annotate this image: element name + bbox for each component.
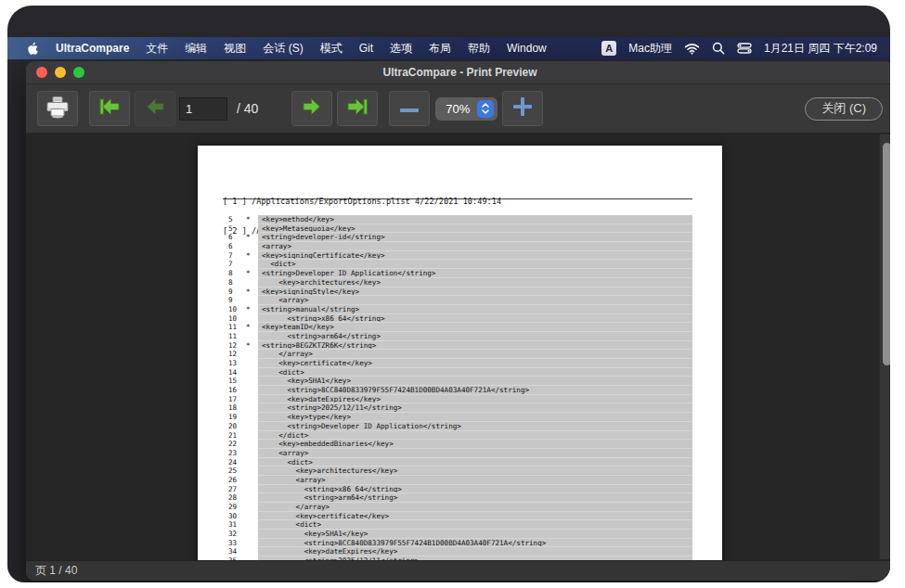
close-preview-button[interactable]: 关闭 (C) xyxy=(805,97,883,121)
line-number: 6 xyxy=(228,233,246,242)
diff-marker xyxy=(246,224,258,234)
code-line-row: 15 <key>SHA1</key> xyxy=(228,377,692,386)
menu-item-1[interactable]: 文件 xyxy=(137,41,176,57)
diff-marker xyxy=(246,431,258,441)
last-page-button[interactable] xyxy=(337,91,378,126)
diff-marker: * xyxy=(246,251,258,261)
assistant-label[interactable]: Mac助理 xyxy=(628,41,672,57)
line-text: </array> xyxy=(258,350,692,359)
line-number: 19 xyxy=(228,413,246,422)
line-number: 15 xyxy=(228,377,246,386)
code-lines: 5 * <key>method</key> 5 <key>Metasequoia… xyxy=(228,215,692,560)
code-line-row: 23 <array> xyxy=(228,449,692,458)
code-line-row: 16 <string>8CC840D833979F55F7424B1D00BD4… xyxy=(228,386,692,395)
line-text: <string>8CC840D833979F55F7424B1D00BD4A03… xyxy=(258,539,692,548)
menu-item-6[interactable]: Git xyxy=(351,42,381,55)
line-number: 13 xyxy=(228,359,246,368)
menu-item-3[interactable]: 视图 xyxy=(215,41,254,57)
line-text: <dict> xyxy=(258,368,692,377)
menu-items: UltraCompare文件编辑视图会话 (S)模式Git选项布局帮助Windo… xyxy=(47,41,555,57)
line-number: 11 xyxy=(228,332,246,341)
document-page: [ 1 ] /Applications/ExportOptions.plist … xyxy=(198,146,722,560)
line-number: 17 xyxy=(228,395,246,404)
line-number: 32 xyxy=(228,530,246,539)
line-text: <string>arm64</string> xyxy=(258,332,692,341)
menu-item-8[interactable]: 布局 xyxy=(420,41,459,57)
zoom-in-button[interactable] xyxy=(502,91,543,126)
code-line-row: 8 <key>architectures</key> xyxy=(228,278,692,288)
vertical-scrollbar[interactable] xyxy=(879,134,890,559)
menu-item-5[interactable]: 模式 xyxy=(312,41,351,57)
close-window-button[interactable] xyxy=(36,67,47,78)
control-center-icon[interactable] xyxy=(737,43,752,54)
diff-marker xyxy=(246,485,258,494)
line-text: </array> xyxy=(258,503,692,512)
menu-item-10[interactable]: Window xyxy=(498,42,555,55)
last-page-arrow-icon xyxy=(345,96,369,121)
apple-logo-icon[interactable] xyxy=(20,42,47,56)
menu-item-0[interactable]: UltraCompare xyxy=(47,42,137,55)
menu-item-2[interactable]: 编辑 xyxy=(176,41,215,57)
line-number: 12 xyxy=(228,350,246,359)
page-number-input[interactable] xyxy=(179,97,227,121)
code-line-row: 18 <string>2025/12/11</string> xyxy=(228,403,692,413)
line-number: 24 xyxy=(228,458,246,467)
first-page-button[interactable] xyxy=(89,91,130,126)
line-number: 16 xyxy=(228,386,246,395)
zoom-level-select[interactable]: 70% xyxy=(435,97,498,121)
printer-icon xyxy=(45,96,71,122)
minimize-window-button[interactable] xyxy=(55,67,66,78)
next-page-button[interactable] xyxy=(291,91,332,126)
print-preview-toolbar: / 40 70% xyxy=(26,84,890,134)
line-text: <string>manual</string> xyxy=(258,305,692,314)
wifi-icon[interactable] xyxy=(684,43,700,55)
menu-item-7[interactable]: 选项 xyxy=(381,41,420,57)
diff-marker xyxy=(246,503,258,512)
input-method-badge[interactable]: A xyxy=(601,41,616,56)
code-line-row: 35 <string>2025/12/11</string> xyxy=(228,556,692,560)
line-text: <key>dateExpires</key> xyxy=(258,547,692,556)
line-text: <array> xyxy=(258,449,692,458)
line-text: <key>architectures</key> xyxy=(258,467,692,476)
plus-icon xyxy=(512,96,533,121)
code-line-row: 11 <string>arm64</string> xyxy=(228,332,692,341)
prev-page-arrow-icon xyxy=(144,96,166,121)
code-line-row: 13 <key>certificate</key> xyxy=(228,359,692,368)
desktop-screen: UltraCompare文件编辑视图会话 (S)模式Git选项布局帮助Windo… xyxy=(7,6,890,582)
window-title: UltraCompare - Print Preview xyxy=(382,66,537,79)
code-line-row: 34 <key>dateExpires</key> xyxy=(228,547,692,556)
menu-item-9[interactable]: 帮助 xyxy=(459,41,498,57)
scrollbar-thumb[interactable] xyxy=(883,143,890,365)
prev-page-button[interactable] xyxy=(135,91,175,126)
line-text: <key>dateExpires</key> xyxy=(258,395,692,404)
header-divider xyxy=(223,198,692,199)
line-text: <key>architectures</key> xyxy=(258,278,692,288)
diff-marker xyxy=(246,278,258,288)
macos-menubar: UltraCompare文件编辑视图会话 (S)模式Git选项布局帮助Windo… xyxy=(7,37,890,59)
diff-marker xyxy=(246,422,258,431)
line-number: 21 xyxy=(228,431,246,441)
line-number: 10 xyxy=(228,314,246,324)
line-number: 7 xyxy=(228,260,246,269)
print-button[interactable] xyxy=(37,91,78,126)
line-number: 30 xyxy=(228,512,246,521)
line-text: <string>8CC840D833979F55F7424B1D00BD4A03… xyxy=(258,386,692,395)
window-titlebar[interactable]: UltraCompare - Print Preview xyxy=(26,61,890,84)
zoom-level-value: 70% xyxy=(446,102,470,116)
code-line-row: 9 * <key>signingStyle</key> xyxy=(228,288,692,297)
line-text: <key>SHA1</key> xyxy=(258,530,692,539)
menu-item-4[interactable]: 会话 (S) xyxy=(254,41,311,57)
line-text: <string>developer-id</string> xyxy=(258,233,692,242)
code-line-row: 21 </dict> xyxy=(228,431,692,441)
line-text: <string>2025/12/11</string> xyxy=(258,403,692,413)
traffic-lights xyxy=(36,67,84,78)
diff-marker: * xyxy=(246,341,258,351)
search-icon[interactable] xyxy=(712,42,725,55)
zoom-out-button[interactable] xyxy=(389,91,430,126)
menubar-clock[interactable]: 1月21日 周四 下午2:09 xyxy=(764,41,877,57)
diff-marker xyxy=(246,449,258,458)
code-line-row: 8 * <string>Developer ID Application</st… xyxy=(228,269,692,278)
line-number: 8 xyxy=(228,278,246,288)
line-number: 25 xyxy=(228,467,246,476)
zoom-window-button[interactable] xyxy=(73,67,84,78)
